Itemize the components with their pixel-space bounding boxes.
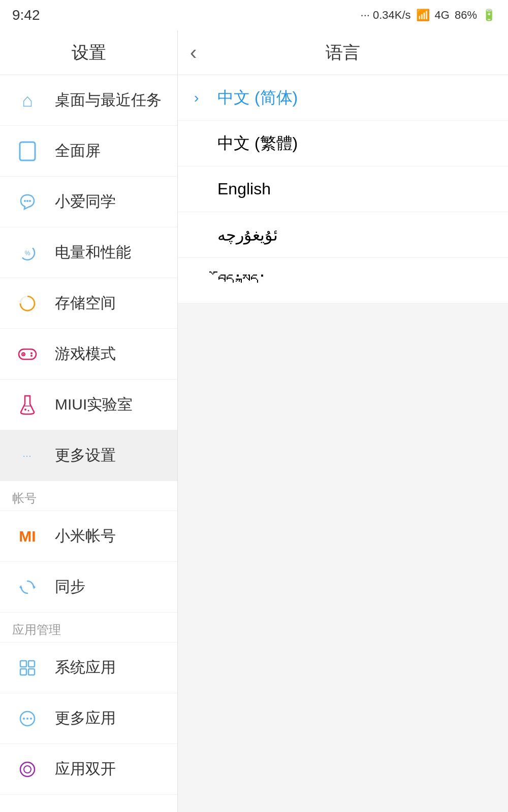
sync-icon bbox=[12, 572, 43, 602]
svg-point-3 bbox=[29, 200, 31, 202]
game-icon bbox=[12, 339, 43, 369]
settings-item-sysapps[interactable]: 系统应用 bbox=[0, 642, 177, 693]
battery-icon: 86% bbox=[455, 9, 477, 22]
language-item-tibetan[interactable]: བོད་སྐད་ bbox=[178, 258, 508, 303]
auth-icon bbox=[12, 805, 43, 813]
desktop-label: 桌面与最近任务 bbox=[55, 90, 162, 111]
language-header: ‹ 语言 bbox=[178, 30, 508, 75]
svg-point-14 bbox=[24, 409, 26, 411]
storage-label: 存储空间 bbox=[55, 293, 116, 314]
lang-uyghur: ئۇيغۇرچە bbox=[217, 225, 278, 245]
settings-item-fullscreen[interactable]: 全面屏 bbox=[0, 126, 177, 177]
svg-point-26 bbox=[20, 762, 35, 776]
settings-item-moreapps[interactable]: 更多应用 bbox=[0, 693, 177, 744]
language-list: › 中文 (简体) 中文 (繁體) English ئۇيغۇرچە བོད་ས… bbox=[178, 75, 508, 303]
settings-item-xiaoi[interactable]: 小爱同学 bbox=[0, 177, 177, 227]
dualapp-label: 应用双开 bbox=[55, 759, 116, 780]
settings-item-auth[interactable]: 授权管理 bbox=[0, 795, 177, 812]
moreapps-label: 更多应用 bbox=[55, 708, 116, 729]
svg-rect-18 bbox=[20, 661, 26, 667]
svg-point-23 bbox=[23, 718, 25, 720]
settings-item-game[interactable]: 游戏模式 bbox=[0, 329, 177, 380]
language-item-uyghur[interactable]: ئۇيغۇرچە bbox=[178, 212, 508, 258]
sync-label: 同步 bbox=[55, 577, 85, 597]
sysapps-label: 系统应用 bbox=[55, 657, 116, 678]
svg-marker-17 bbox=[19, 585, 21, 589]
fullscreen-label: 全面屏 bbox=[55, 141, 101, 161]
dual-icon bbox=[12, 754, 43, 785]
language-item-zh-hant[interactable]: 中文 (繁體) bbox=[178, 121, 508, 166]
apps-icon bbox=[12, 653, 43, 683]
svg-rect-21 bbox=[28, 669, 35, 675]
appmanage-section-header: 应用管理 bbox=[0, 613, 177, 642]
battery-label: 电量和性能 bbox=[55, 242, 131, 263]
settings-title: 设置 bbox=[72, 41, 106, 64]
lang-zh-hans: 中文 (简体) bbox=[217, 87, 298, 109]
lab-icon bbox=[12, 390, 43, 420]
ai-icon bbox=[12, 187, 43, 217]
game-label: 游戏模式 bbox=[55, 344, 116, 364]
settings-item-miuilab[interactable]: MIUI实验室 bbox=[0, 380, 177, 430]
settings-item-moresettings[interactable]: ··· 更多设置 bbox=[0, 430, 177, 481]
battery-full-icon: 🔋 bbox=[482, 9, 496, 22]
svg-rect-20 bbox=[20, 669, 26, 675]
language-item-en[interactable]: English bbox=[178, 166, 508, 212]
svg-point-1 bbox=[24, 200, 26, 202]
status-icons: ··· 0.34K/s 📶 4G 86% 🔋 bbox=[361, 9, 496, 22]
settings-item-miid[interactable]: MI 小米帐号 bbox=[0, 511, 177, 562]
svg-point-2 bbox=[26, 200, 28, 202]
miid-label: 小米帐号 bbox=[55, 526, 116, 547]
svg-point-15 bbox=[28, 410, 29, 411]
settings-item-battery[interactable]: % 电量和性能 bbox=[0, 227, 177, 278]
svg-point-24 bbox=[26, 718, 28, 720]
more-icon: ··· bbox=[12, 441, 43, 471]
language-title: 语言 bbox=[326, 41, 360, 64]
status-bar: 9:42 ··· 0.34K/s 📶 4G 86% 🔋 bbox=[0, 0, 508, 30]
settings-item-dualapp[interactable]: 应用双开 bbox=[0, 744, 177, 795]
lang-tibetan: བོད་སྐད་ bbox=[217, 271, 266, 290]
settings-item-desktop[interactable]: ⌂ 桌面与最近任务 bbox=[0, 75, 177, 126]
lang-zh-hant: 中文 (繁體) bbox=[217, 132, 298, 155]
svg-rect-0 bbox=[20, 142, 35, 160]
home-icon: ⌂ bbox=[12, 85, 43, 116]
appmanage-items: 系统应用 更多应用 应用双开 授权管理 bbox=[0, 642, 177, 812]
account-items: MI 小米帐号 同步 bbox=[0, 511, 177, 613]
language-item-zh-hans[interactable]: › 中文 (简体) bbox=[178, 75, 508, 121]
check-icon: › bbox=[194, 90, 209, 106]
left-panel: 设置 ⌂ 桌面与最近任务 全面屏 小爱同学 % bbox=[0, 30, 178, 812]
status-time: 9:42 bbox=[12, 7, 40, 23]
svg-marker-16 bbox=[34, 585, 36, 589]
settings-main-items: ⌂ 桌面与最近任务 全面屏 小爱同学 % 电量和性能 bbox=[0, 75, 177, 481]
xiaoi-label: 小爱同学 bbox=[55, 191, 116, 212]
signal-icon: 📶 bbox=[416, 9, 430, 22]
battery-perf-icon: % bbox=[12, 238, 43, 268]
screen-icon bbox=[12, 136, 43, 166]
moreapps-icon bbox=[12, 703, 43, 734]
svg-text:%: % bbox=[25, 250, 30, 257]
settings-item-storage[interactable]: 存储空间 bbox=[0, 278, 177, 329]
network-speed-icon: ··· 0.34K/s bbox=[361, 9, 411, 22]
settings-header: 设置 bbox=[0, 30, 177, 75]
storage-icon bbox=[12, 288, 43, 319]
back-button[interactable]: ‹ bbox=[190, 41, 207, 64]
network-type-icon: 4G bbox=[435, 9, 450, 22]
svg-rect-19 bbox=[28, 661, 35, 667]
svg-point-25 bbox=[30, 718, 32, 720]
auth-label: 授权管理 bbox=[55, 809, 116, 812]
svg-point-27 bbox=[24, 766, 31, 773]
mi-icon: MI bbox=[12, 521, 43, 552]
main-layout: 设置 ⌂ 桌面与最近任务 全面屏 小爱同学 % bbox=[0, 30, 508, 812]
settings-item-sync[interactable]: 同步 bbox=[0, 562, 177, 613]
account-section-header: 帐号 bbox=[0, 481, 177, 511]
moresettings-label: 更多设置 bbox=[55, 445, 116, 466]
lang-en: English bbox=[217, 180, 271, 198]
right-panel: ‹ 语言 › 中文 (简体) 中文 (繁體) English ئۇيغۇرچە bbox=[178, 30, 508, 812]
miuilab-label: MIUI实验室 bbox=[55, 394, 133, 415]
svg-point-11 bbox=[30, 352, 33, 354]
svg-point-12 bbox=[30, 355, 33, 357]
